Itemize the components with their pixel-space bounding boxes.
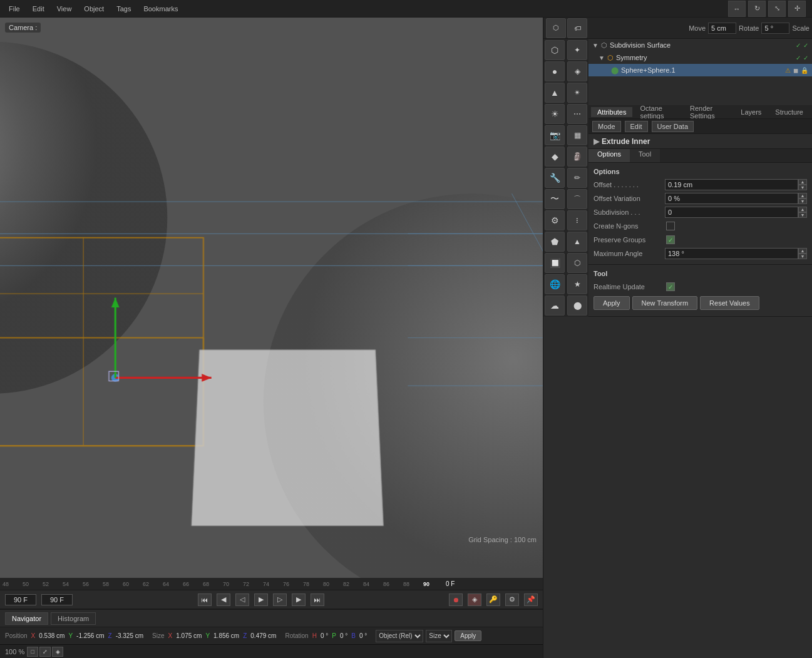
ruler-tick: 90 — [423, 581, 443, 587]
char-icon-btn[interactable]: 🔲 — [545, 253, 565, 273]
keyframe-btn[interactable]: ◈ — [468, 594, 481, 606]
subdivision-input[interactable] — [665, 207, 798, 218]
frame-start-input[interactable] — [5, 594, 36, 605]
ngons-checkbox[interactable] — [666, 222, 675, 230]
rotate-label: Rotate — [739, 24, 759, 32]
tab-octane[interactable]: Octane settings — [634, 103, 682, 121]
record-btn[interactable]: ⏺ — [449, 594, 463, 606]
prev-btn[interactable]: ◁ — [235, 594, 249, 606]
frame-end-input[interactable] — [41, 594, 73, 605]
gen-icon-btn[interactable]: ⚙ — [545, 210, 565, 230]
goto-start-btn[interactable]: ⏮ — [198, 594, 212, 606]
view-2d-btn[interactable]: □ — [27, 647, 38, 657]
motion-icon-btn[interactable]: ◈ — [567, 61, 587, 81]
offset-variation-label: Offset Variation — [594, 195, 662, 202]
move-icon-btn[interactable]: ↔ — [728, 1, 746, 17]
assets-icon-btn[interactable]: ⬤ — [567, 296, 587, 316]
tab-render[interactable]: Render Settings — [684, 103, 733, 121]
scale-icon-btn[interactable]: ⤡ — [768, 1, 786, 17]
menu-object[interactable]: Object — [81, 4, 106, 14]
realtime-checkbox[interactable]: ✓ — [666, 282, 675, 291]
scene-item-sphere[interactable]: ⬤ Sphere+Sphere.1 ⚠ ◼ 🔒 — [588, 64, 812, 76]
view-expand-btn[interactable]: ⤢ — [39, 647, 51, 657]
menu-bookmarks[interactable]: Bookmarks — [141, 4, 180, 14]
tab-layers[interactable]: Layers — [734, 107, 768, 117]
sketch-icon-btn[interactable]: ✏ — [567, 168, 587, 188]
move-value-input[interactable] — [708, 23, 736, 34]
coord-system-select[interactable]: Object (Rel) — [376, 630, 423, 642]
cone-icon-btn[interactable]: ▲ — [545, 83, 565, 103]
misc-icon-btn[interactable]: ⬡ — [567, 253, 587, 273]
timeline-settings-btn[interactable]: ⚙ — [505, 594, 519, 606]
offset-var-down-btn[interactable]: ▼ — [798, 198, 807, 204]
select-icon-btn[interactable]: ✦ — [567, 40, 587, 60]
menu-edit[interactable]: Edit — [30, 4, 47, 14]
hair-icon-btn[interactable]: ⫶ — [567, 210, 587, 230]
sculpt-icon-btn[interactable]: 🗿 — [567, 147, 587, 167]
tab-attributes[interactable]: Attributes — [591, 107, 632, 117]
offset-up-btn[interactable]: ▲ — [798, 179, 807, 185]
volume-icon-btn[interactable]: ☁ — [545, 296, 565, 316]
next-btn[interactable]: ▷ — [273, 594, 287, 606]
tab-structure[interactable]: Structure — [769, 107, 809, 117]
scene2-icon-btn[interactable]: ★ — [567, 274, 587, 294]
apply-btn[interactable]: Apply — [594, 296, 630, 310]
max-angle-input[interactable] — [665, 248, 798, 259]
prev-frame-btn[interactable]: ◀ — [217, 594, 230, 606]
play-btn[interactable]: ▶ — [254, 594, 268, 606]
apply-transform-btn[interactable]: Apply — [455, 630, 481, 641]
offset-variation-input[interactable] — [665, 193, 798, 204]
reset-values-btn[interactable]: Reset Values — [700, 296, 759, 310]
toolbar-icons: ↔ ↻ ⤡ ✢ — [728, 1, 806, 17]
scene-obj-icon-btn[interactable]: 🌐 — [545, 274, 565, 294]
next-frame-btn[interactable]: ▶ — [292, 594, 306, 606]
offset-down-btn[interactable]: ▼ — [798, 185, 807, 190]
mode-btn[interactable]: Mode — [592, 121, 621, 132]
menu-file[interactable]: File — [6, 4, 23, 14]
y-label: Y — [68, 632, 73, 639]
deformer-icon-btn[interactable]: 🔧 — [545, 168, 565, 188]
offset-input[interactable] — [665, 179, 798, 190]
tag-icon[interactable]: 🏷 — [567, 18, 587, 38]
curve-icon-btn[interactable]: ⌒ — [567, 189, 587, 209]
transform-icon-btn[interactable]: ✢ — [788, 1, 806, 17]
particle-icon-btn[interactable]: ⋯ — [567, 104, 587, 124]
rotate-value-input[interactable] — [761, 23, 789, 34]
navigator-tab[interactable]: Navigator — [5, 612, 48, 625]
tool-tab[interactable]: Tool — [630, 149, 660, 162]
cloth-icon-btn[interactable]: ▦ — [567, 125, 587, 145]
menu-view[interactable]: View — [54, 4, 75, 14]
scene-item-subdivision[interactable]: ▼ ⬡ Subdivision Surface ✓ ✓ — [588, 39, 812, 51]
snap-btn[interactable]: 📌 — [524, 594, 538, 606]
subdiv-up-btn[interactable]: ▲ — [798, 207, 807, 212]
scene-item-symmetry[interactable]: ▼ ⬡ Symmetry ✓ ✓ — [588, 51, 812, 64]
material-icon-btn[interactable]: ◆ — [545, 147, 565, 167]
options-tab[interactable]: Options — [588, 149, 630, 162]
cube-icon-btn[interactable]: ⬡ — [545, 40, 565, 60]
rotate-icon-btn[interactable]: ↻ — [748, 1, 766, 17]
field-icon-btn[interactable]: ⬟ — [545, 232, 565, 252]
view-nav-btn[interactable]: ◈ — [52, 647, 63, 657]
3d-viewport[interactable]: Camera : Grid Spacing : 100 cm — [0, 18, 543, 578]
light-icon-btn[interactable]: ☀ — [545, 104, 565, 124]
menu-tags[interactable]: Tags — [114, 4, 133, 14]
autokey-btn[interactable]: 🔑 — [486, 594, 500, 606]
goto-end-btn[interactable]: ⏭ — [311, 594, 324, 606]
histogram-tab[interactable]: Histogram — [51, 612, 96, 625]
terrain-icon-btn[interactable]: ▲ — [567, 232, 587, 252]
spline-icon-btn[interactable]: 〜 — [545, 189, 565, 209]
max-angle-up-btn[interactable]: ▲ — [798, 248, 807, 254]
camera-icon-btn[interactable]: 📷 — [545, 125, 565, 145]
offset-var-up-btn[interactable]: ▲ — [798, 193, 807, 198]
zoom-percent: 100 % — [5, 648, 24, 655]
size-mode-select[interactable]: Size — [426, 630, 452, 642]
userdata-btn[interactable]: User Data — [652, 121, 694, 132]
max-angle-down-btn[interactable]: ▼ — [798, 254, 807, 259]
scene-icon[interactable]: ⬡ — [546, 18, 566, 38]
edit-btn[interactable]: Edit — [625, 121, 648, 132]
preserve-checkbox[interactable]: ✓ — [666, 235, 675, 244]
sphere-icon-btn[interactable]: ● — [545, 61, 565, 81]
fx-icon-btn[interactable]: ✴ — [567, 83, 587, 103]
subdiv-down-btn[interactable]: ▼ — [798, 212, 807, 218]
new-transform-btn[interactable]: New Transform — [632, 296, 698, 310]
